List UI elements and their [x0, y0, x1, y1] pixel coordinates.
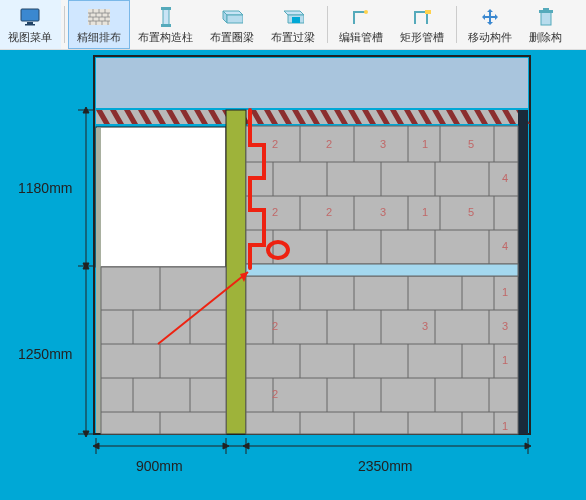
svg-rect-1: [27, 22, 33, 24]
delete-icon: [534, 5, 558, 29]
svg-rect-12: [543, 8, 549, 10]
delete-button[interactable]: 删除构: [521, 0, 571, 49]
svg-text:4: 4: [502, 240, 508, 252]
separator: [64, 6, 65, 43]
svg-rect-2: [25, 24, 35, 26]
ring-beam-icon: [220, 5, 244, 29]
lintel-button[interactable]: 布置过梁: [263, 0, 324, 49]
svg-rect-20: [246, 126, 518, 434]
struct-column-button[interactable]: 布置构造柱: [130, 0, 202, 49]
column-icon: [154, 5, 178, 29]
move-part-label: 移动构件: [468, 30, 512, 45]
svg-text:2: 2: [272, 320, 278, 332]
edit-groove-icon: [349, 5, 373, 29]
lintel-label: 布置过梁: [271, 30, 315, 45]
svg-rect-18: [226, 110, 246, 434]
rect-groove-label: 矩形管槽: [400, 30, 444, 45]
svg-text:2: 2: [272, 138, 278, 150]
svg-text:3: 3: [380, 206, 386, 218]
move-icon: [478, 5, 502, 29]
move-part-button[interactable]: 移动构件: [460, 0, 521, 49]
dim-w1: 900mm: [136, 458, 183, 474]
ring-beam-label: 布置圈梁: [210, 30, 254, 45]
svg-text:3: 3: [380, 138, 386, 150]
svg-text:2: 2: [326, 138, 332, 150]
monitor-icon: [18, 5, 42, 29]
svg-rect-19: [518, 110, 528, 434]
dim-w2: 2350mm: [358, 458, 412, 474]
svg-point-8: [364, 10, 368, 14]
svg-rect-14: [96, 58, 528, 108]
svg-text:2: 2: [326, 206, 332, 218]
dim-h1: 1180mm: [18, 180, 72, 196]
dim-h2: 1250mm: [18, 346, 72, 362]
drawing-canvas[interactable]: 2 2 3 1 5 4 2 2 3 1 5 4 1 1 2 3 3 2 1: [0, 50, 586, 500]
edit-groove-label: 编辑管槽: [339, 30, 383, 45]
rect-groove-button[interactable]: 矩形管槽: [392, 0, 453, 49]
svg-text:1: 1: [502, 286, 508, 298]
fine-layout-button[interactable]: 精细排布: [68, 0, 130, 49]
brick-wall-icon: [87, 5, 111, 29]
svg-rect-76: [101, 267, 226, 434]
main-toolbar: 视图菜单 精细排布 布置构造柱 布置圈梁 布置过梁 编辑管槽 矩: [0, 0, 586, 50]
rect-groove-icon: [410, 5, 434, 29]
view-menu-label: 视图菜单: [8, 30, 52, 45]
svg-rect-9: [425, 10, 431, 14]
struct-column-label: 布置构造柱: [138, 30, 193, 45]
svg-text:1: 1: [422, 138, 428, 150]
wall-drawing: 2 2 3 1 5 4 2 2 3 1 5 4 1 1 2 3 3 2 1: [0, 50, 586, 500]
svg-rect-7: [292, 17, 300, 23]
svg-text:2: 2: [272, 388, 278, 400]
svg-text:1: 1: [502, 420, 508, 432]
svg-text:4: 4: [502, 172, 508, 184]
svg-rect-11: [539, 10, 553, 13]
delete-label: 删除构: [529, 30, 562, 45]
svg-text:1: 1: [502, 354, 508, 366]
svg-text:3: 3: [502, 320, 508, 332]
svg-text:3: 3: [422, 320, 428, 332]
svg-rect-10: [541, 12, 551, 25]
svg-rect-5: [161, 7, 171, 10]
svg-rect-0: [21, 9, 39, 21]
view-menu-button[interactable]: 视图菜单: [0, 0, 61, 49]
fine-layout-label: 精细排布: [77, 30, 121, 45]
svg-text:5: 5: [468, 206, 474, 218]
svg-rect-6: [161, 24, 171, 27]
svg-text:2: 2: [272, 206, 278, 218]
svg-rect-17: [96, 128, 101, 433]
lintel-icon: [281, 5, 305, 29]
svg-rect-30: [246, 264, 518, 276]
separator: [327, 6, 328, 43]
svg-rect-16: [96, 127, 226, 267]
separator: [456, 6, 457, 43]
ring-beam-button[interactable]: 布置圈梁: [202, 0, 263, 49]
edit-groove-button[interactable]: 编辑管槽: [331, 0, 392, 49]
svg-text:1: 1: [422, 206, 428, 218]
svg-text:5: 5: [468, 138, 474, 150]
